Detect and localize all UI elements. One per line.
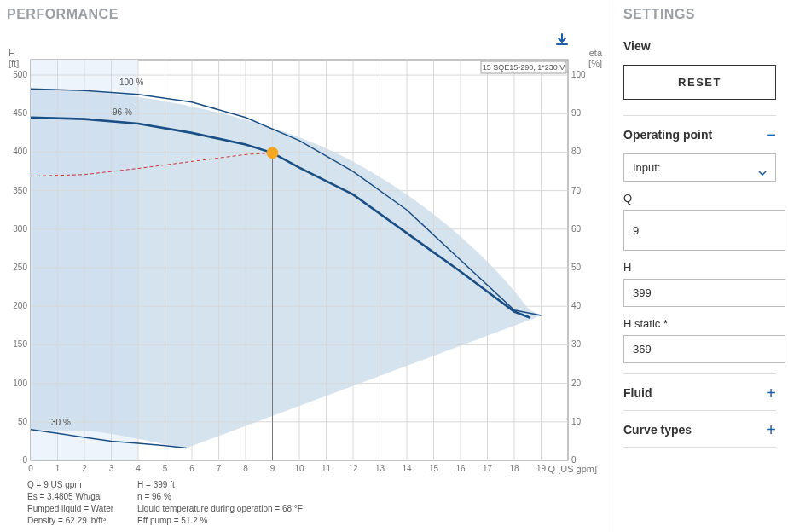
label-96: 96 % (113, 107, 132, 117)
performance-title: PERFORMANCE (7, 7, 600, 22)
chevron-down-icon (758, 165, 767, 171)
input-select[interactable]: Input: (623, 153, 776, 182)
acc-curvetypes-toggle[interactable]: + (766, 424, 776, 436)
label-30: 30 % (51, 418, 71, 427)
svg-text:5: 5 (163, 464, 168, 473)
svg-text:250: 250 (13, 263, 27, 272)
chart-model-label: 15 SQE15-290, 1*230 V (483, 63, 565, 72)
svg-text:80: 80 (571, 147, 582, 156)
reset-button[interactable]: RESET (623, 65, 776, 100)
svg-text:16: 16 (455, 464, 466, 473)
svg-text:20: 20 (571, 379, 582, 388)
svg-text:12: 12 (348, 464, 358, 473)
svg-text:6: 6 (189, 464, 194, 473)
meta-temp: Liquid temperature during operation = 68… (137, 503, 303, 515)
svg-text:150: 150 (13, 339, 27, 349)
hs-label: H static * (623, 317, 776, 330)
svg-text:100: 100 (571, 70, 586, 79)
svg-text:0: 0 (22, 455, 27, 465)
meta-h: H = 399 ft (137, 479, 303, 491)
svg-text:3: 3 (109, 464, 114, 473)
meta-eff: Eff pump = 51.2 % (137, 515, 303, 527)
hs-input[interactable] (623, 335, 785, 363)
x-axis-label: Q [US gpm] (548, 464, 597, 474)
label-100: 100 % (119, 78, 143, 87)
svg-text:500: 500 (13, 70, 27, 79)
svg-text:2: 2 (82, 464, 87, 473)
svg-text:8: 8 (243, 464, 248, 473)
svg-text:70: 70 (571, 186, 582, 195)
operating-point-marker (267, 147, 278, 159)
svg-text:50: 50 (571, 263, 582, 272)
svg-text:9: 9 (270, 464, 275, 473)
svg-text:0: 0 (28, 464, 33, 473)
view-label: View (623, 39, 776, 53)
acc-curvetypes-title: Curve types (623, 423, 692, 437)
input-select-label: Input: (633, 161, 661, 174)
svg-text:15: 15 (429, 464, 439, 473)
svg-text:40: 40 (571, 301, 582, 310)
svg-text:50: 50 (18, 417, 28, 426)
svg-text:11: 11 (322, 464, 332, 473)
svg-text:1: 1 (55, 464, 61, 473)
y-right-axis-label: eta [%] (588, 48, 602, 68)
h-input[interactable] (623, 279, 785, 307)
meta-liq: Pumped liquid = Water (27, 503, 113, 515)
svg-text:100: 100 (13, 379, 27, 388)
chart-meta: Q = 9 US gpm Es = 3.4805 Wh/gal Pumped l… (27, 479, 600, 527)
download-icon[interactable] (554, 32, 570, 51)
svg-text:300: 300 (13, 224, 27, 234)
meta-dens: Density = 62.29 lb/ft³ (27, 515, 113, 527)
svg-text:200: 200 (13, 301, 27, 310)
acc-operating-point-toggle[interactable]: − (766, 129, 776, 141)
acc-fluid-title: Fluid (623, 386, 652, 400)
svg-text:400: 400 (13, 147, 27, 156)
settings-title: SETTINGS (623, 7, 776, 22)
acc-operating-point-title: Operating point (623, 128, 712, 142)
q-input[interactable] (623, 210, 785, 251)
q-label: Q (623, 192, 776, 205)
svg-text:18: 18 (509, 464, 519, 473)
svg-text:19: 19 (536, 464, 547, 473)
meta-es: Es = 3.4805 Wh/gal (27, 491, 113, 503)
svg-text:30: 30 (571, 339, 582, 349)
acc-fluid-toggle[interactable]: + (766, 387, 776, 399)
performance-chart: 0 50 100 150 200 250 300 350 400 450 500… (7, 48, 592, 476)
svg-text:450: 450 (13, 108, 27, 118)
svg-text:4: 4 (136, 464, 141, 473)
svg-text:17: 17 (483, 464, 493, 473)
meta-q: Q = 9 US gpm (27, 479, 113, 491)
svg-text:350: 350 (13, 186, 27, 195)
svg-text:14: 14 (402, 464, 412, 473)
svg-text:10: 10 (571, 417, 582, 426)
h-label: H (623, 261, 776, 274)
svg-text:60: 60 (571, 224, 582, 234)
meta-n: n = 96 % (137, 491, 303, 503)
svg-text:7: 7 (217, 464, 222, 473)
svg-text:13: 13 (375, 464, 385, 473)
svg-text:10: 10 (294, 464, 304, 473)
y-left-axis-label: H [ft] (9, 48, 19, 68)
svg-text:90: 90 (571, 108, 582, 118)
